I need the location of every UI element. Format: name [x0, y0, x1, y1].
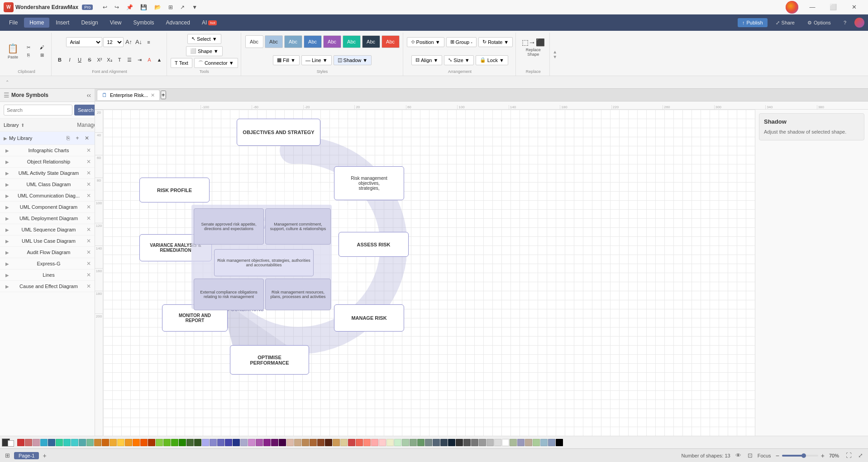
color-swatch[interactable] — [148, 439, 155, 446]
color-swatch[interactable] — [486, 439, 494, 446]
color-swatch[interactable] — [94, 439, 101, 446]
publish-button[interactable]: ↑Publish — [738, 18, 768, 27]
canvas-tab-close[interactable]: ✕ — [151, 92, 155, 98]
inner-box-management[interactable]: Management commitment, support, culture … — [265, 208, 331, 245]
lib-item-close[interactable]: ✕ — [86, 204, 91, 210]
replace-shape-button[interactable]: ⬚→⬛ Replace Shape — [520, 34, 547, 61]
color-swatch[interactable] — [79, 439, 86, 446]
lib-item-uml-sequence[interactable]: ▶ UML Sequence Diagram ✕ — [0, 224, 95, 236]
color-swatch[interactable] — [186, 439, 194, 446]
color-swatch[interactable] — [156, 439, 163, 446]
color-swatch[interactable] — [125, 439, 132, 446]
folder-button[interactable]: 📂 — [152, 2, 164, 12]
style-box-5[interactable]: Abc — [323, 35, 341, 48]
optimise-box[interactable]: OPTIMISE PERFORMANCE — [230, 345, 309, 375]
color-swatch[interactable] — [194, 439, 201, 446]
font-size-select[interactable]: 12 — [103, 37, 124, 47]
lib-item-infographic[interactable]: ▶ Infographic Charts ✕ — [0, 145, 95, 156]
color-swatch[interactable] — [71, 439, 78, 446]
bold-button[interactable]: B — [55, 55, 64, 64]
color-swatch[interactable] — [540, 439, 548, 446]
risk-profile-box[interactable]: RISK PROFILE — [139, 178, 210, 202]
search-input[interactable] — [4, 105, 72, 116]
avatar-button[interactable] — [786, 1, 798, 14]
search-button[interactable]: Search — [74, 105, 95, 116]
assess-risk-box[interactable]: ASSESS RISK — [339, 232, 409, 257]
select-button[interactable]: ↖Select▼ — [187, 34, 221, 44]
grid-toggle[interactable]: ⊞ — [4, 452, 11, 459]
color-swatch[interactable] — [417, 439, 424, 446]
color-swatch[interactable] — [448, 439, 455, 446]
strikethrough-button[interactable]: S — [85, 55, 94, 64]
color-swatch[interactable] — [179, 439, 186, 446]
color-swatch[interactable] — [210, 439, 217, 446]
canvas-tab-enterprise[interactable]: 🗒 Enterprise Risk... ✕ — [97, 90, 160, 100]
color-swatch[interactable] — [302, 439, 309, 446]
help-button[interactable]: ? — [839, 18, 851, 27]
add-tab-button[interactable]: + — [161, 91, 166, 99]
color-swatch[interactable] — [340, 439, 348, 446]
style-box-3[interactable]: Abc — [284, 35, 302, 48]
menu-design[interactable]: Design — [76, 18, 103, 28]
menu-insert[interactable]: Insert — [50, 18, 75, 28]
size-button[interactable]: ⤡Size▼ — [444, 55, 473, 65]
style-box-2[interactable]: Abc — [265, 35, 283, 48]
inner-box-resources[interactable]: Risk management resources, plans, proces… — [265, 279, 331, 310]
minimize-button[interactable]: — — [802, 0, 823, 14]
color-swatch[interactable] — [533, 439, 540, 446]
my-lib-add-button[interactable]: + — [73, 134, 81, 142]
font-align-button[interactable]: ≡ — [144, 38, 153, 47]
color-swatch[interactable] — [225, 439, 232, 446]
lib-item-cause-effect[interactable]: ▶ Cause and Effect Diagram ✕ — [0, 281, 95, 292]
ribbon-collapse[interactable]: ▲ ▼ — [551, 33, 559, 76]
color-swatch[interactable] — [363, 439, 371, 446]
color-swatch[interactable] — [279, 439, 286, 446]
share-button[interactable]: ⤢Share — [771, 18, 799, 28]
color-swatch[interactable] — [325, 439, 332, 446]
color-swatch[interactable] — [25, 439, 32, 446]
color-swatch[interactable] — [402, 439, 409, 446]
user-avatar[interactable] — [854, 18, 864, 28]
fill-button[interactable]: ▦Fill▼ — [273, 55, 300, 65]
color-swatch[interactable] — [240, 439, 248, 446]
lib-item-close[interactable]: ✕ — [86, 181, 91, 188]
lib-item-close[interactable]: ✕ — [86, 260, 91, 267]
menu-advanced[interactable]: Advanced — [161, 18, 196, 28]
group-button[interactable]: ⊞Group - — [446, 37, 477, 47]
style-box-6[interactable]: Abc — [343, 35, 361, 48]
inner-box-senate[interactable]: Senate approved risk appetite, direction… — [194, 208, 264, 245]
color-swatch[interactable] — [348, 439, 355, 446]
color-swatch[interactable] — [17, 439, 24, 446]
lib-item-uml-component[interactable]: ▶ UML Component Diagram ✕ — [0, 202, 95, 213]
color-swatch[interactable] — [263, 439, 271, 446]
color-swatch[interactable] — [286, 439, 294, 446]
lib-item-close[interactable]: ✕ — [86, 170, 91, 176]
color-swatch[interactable] — [440, 439, 448, 446]
color-swatch[interactable] — [86, 439, 94, 446]
color-swatch[interactable] — [356, 439, 363, 446]
color-swatch[interactable] — [271, 439, 278, 446]
lib-item-express[interactable]: ▶ Express-G ✕ — [0, 258, 95, 270]
color-swatch[interactable] — [163, 439, 171, 446]
font-family-select[interactable]: Arial — [66, 37, 102, 47]
add-page-button[interactable]: + — [41, 452, 48, 459]
color-swatch[interactable] — [525, 439, 532, 446]
lib-item-close[interactable]: ✕ — [86, 272, 91, 278]
color-swatch[interactable] — [333, 439, 340, 446]
color-swatch[interactable] — [425, 439, 432, 446]
connector-button[interactable]: ⌒Connector▼ — [194, 58, 238, 68]
subscript-button[interactable]: X₂ — [105, 55, 114, 64]
lib-item-close[interactable]: ✕ — [86, 238, 91, 244]
save-button[interactable]: 💾 — [138, 2, 150, 12]
color-swatch[interactable] — [517, 439, 525, 446]
color-swatch[interactable] — [202, 439, 209, 446]
manage-button[interactable]: Manage — [83, 121, 91, 129]
zoom-out-button[interactable]: − — [775, 452, 780, 459]
style-box-4[interactable]: Abc — [304, 35, 322, 48]
my-library-row[interactable]: ▶ My Library ⎘ + ✕ — [0, 132, 95, 145]
lib-item-close[interactable]: ✕ — [86, 283, 91, 289]
color-swatch[interactable] — [40, 439, 48, 446]
color-swatch[interactable] — [233, 439, 240, 446]
redo-button[interactable]: ↪ — [112, 2, 122, 12]
color-swatch[interactable] — [102, 439, 109, 446]
